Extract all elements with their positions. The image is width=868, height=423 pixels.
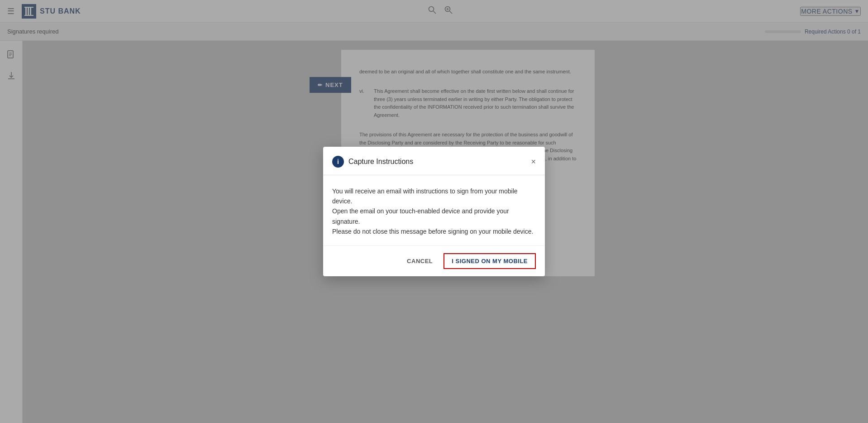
modal-overlay: i Capture Instructions × You will receiv… xyxy=(0,0,868,423)
modal-close-button[interactable]: × xyxy=(531,158,536,166)
modal-info-icon: i xyxy=(332,156,344,168)
modal-body-line1: You will receive an email with instructi… xyxy=(332,186,536,207)
modal-body: You will receive an email with instructi… xyxy=(323,175,545,246)
cancel-button[interactable]: CANCEL xyxy=(401,254,438,268)
capture-instructions-modal: i Capture Instructions × You will receiv… xyxy=(323,147,545,277)
modal-title: Capture Instructions xyxy=(348,158,526,166)
modal-body-line2: Open the email on your touch-enabled dev… xyxy=(332,206,536,226)
modal-footer: CANCEL I SIGNED ON MY MOBILE xyxy=(323,245,545,276)
modal-header: i Capture Instructions × xyxy=(323,147,545,175)
modal-body-line3: Please do not close this message before … xyxy=(332,226,536,236)
signed-on-mobile-button[interactable]: I SIGNED ON MY MOBILE xyxy=(444,253,536,269)
